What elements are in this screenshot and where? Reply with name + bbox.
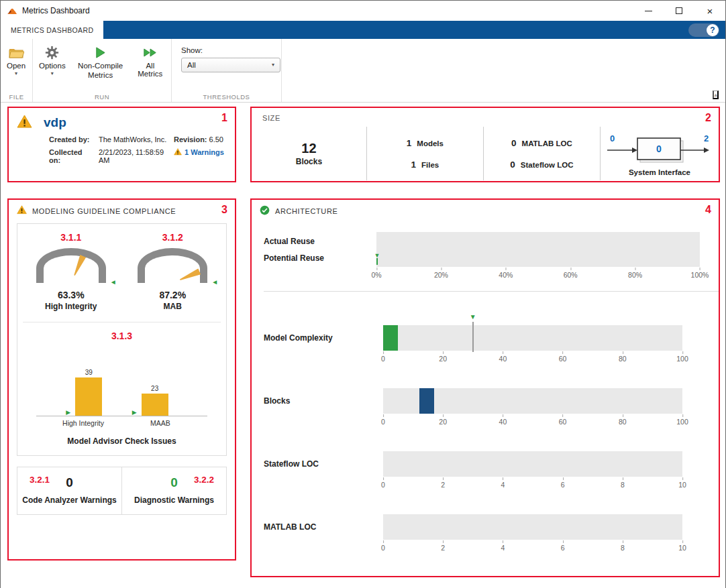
- blocks-metric[interactable]: 12 Blocks: [252, 127, 367, 180]
- title-bar: Metrics Dashboard ×: [1, 1, 725, 21]
- tab-metrics-dashboard[interactable]: METRICS DASHBOARD: [1, 21, 103, 39]
- axis-tick-label: 6: [561, 481, 565, 489]
- gauge-threshold-marker-icon: ◄: [211, 279, 218, 286]
- revision-value: 6.50: [209, 135, 223, 143]
- warning-small-icon: [174, 148, 182, 164]
- models-metric[interactable]: 1 Models: [407, 138, 444, 148]
- warnings-link-text: 1 Warnings: [185, 148, 224, 164]
- mab-gauge[interactable]: 3.1.2 ◄ 87.2% MAB: [125, 232, 220, 311]
- chevron-down-icon: ▾: [51, 71, 54, 76]
- close-button[interactable]: ×: [694, 1, 725, 21]
- maab-bar[interactable]: 23 ▶: [142, 385, 168, 416]
- matlab-loc-bar[interactable]: [383, 514, 682, 540]
- stateflow-loc-value: 0: [510, 160, 515, 170]
- system-interface-widget[interactable]: 0 0 2 System Interface: [601, 127, 719, 180]
- toolstrip-section-thresholds: Show: All ▾ THRESHOLDS: [172, 39, 282, 102]
- stateflow-loc-bar[interactable]: [383, 451, 682, 477]
- axis-tick-label: 40%: [499, 271, 513, 279]
- code-analyzer-warnings-card[interactable]: 3.2.1 0 Code Analyzer Warnings: [17, 467, 122, 515]
- warning-icon: [17, 115, 32, 131]
- reuse-widget: Actual Reuse Potential Reuse ▼ 0%20%40%6…: [264, 232, 719, 281]
- show-dropdown-value: All: [187, 61, 196, 69]
- files-value: 1: [411, 160, 417, 170]
- tab-strip: METRICS DASHBOARD ?: [1, 21, 725, 39]
- help-icon: ?: [707, 24, 719, 36]
- maximize-button[interactable]: [664, 1, 694, 21]
- help-button[interactable]: ?: [688, 23, 719, 37]
- bar-value: 39: [85, 369, 93, 376]
- high-integrity-gauge[interactable]: 3.1.1 ◄ 63.3% High Integrity: [23, 232, 119, 311]
- stateflow-loc-label: Stateflow LOC: [521, 161, 574, 169]
- created-by-value: The MathWorks, Inc.: [99, 135, 168, 143]
- open-label: Open: [7, 62, 25, 70]
- reuse-bar[interactable]: ▼: [376, 232, 700, 267]
- axis-tick-label: 6: [561, 544, 565, 552]
- gauge-id: 3.1.1: [23, 232, 119, 243]
- toolstrip: Open ▾ FILE: [1, 39, 725, 103]
- models-label: Models: [417, 139, 444, 148]
- axis-tick-label: 10: [678, 481, 686, 489]
- files-metric[interactable]: 1 Files: [407, 160, 444, 170]
- architecture-region: 4 ARCHITECTURE Actual Reuse Potential Re…: [250, 198, 720, 577]
- potential-reuse-label: Potential Reuse: [264, 253, 376, 263]
- collapse-toolstrip-button[interactable]: ▴: [713, 91, 719, 99]
- axis-tick-label: 4: [501, 544, 505, 552]
- open-button[interactable]: Open ▾: [2, 42, 30, 78]
- matlab-loc-label: MATLAB LOC: [522, 139, 572, 148]
- bar-category-label: MAAB: [130, 419, 191, 427]
- axis-tick-label: 8: [621, 544, 625, 552]
- stateflow-loc-metric[interactable]: 0 Stateflow LOC: [510, 160, 573, 170]
- axis-tick-label: 20%: [434, 271, 448, 279]
- toolstrip-section-file: Open ▾ FILE: [1, 39, 33, 102]
- card-id: 3.2.2: [194, 475, 214, 485]
- options-button[interactable]: Options ▾: [34, 42, 70, 78]
- axis-tick-label: 0%: [371, 271, 381, 279]
- warnings-link[interactable]: 1 Warnings: [174, 148, 225, 164]
- warning-icon: [17, 205, 27, 217]
- model-complexity-bar[interactable]: ▼: [383, 325, 682, 351]
- all-metrics-button[interactable]: All Metrics: [131, 42, 170, 80]
- diagnostic-warnings-card[interactable]: 3.2.2 0 Diagnostic Warnings: [122, 467, 227, 515]
- files-label: Files: [421, 161, 439, 169]
- show-dropdown[interactable]: All ▾: [181, 58, 280, 72]
- bar-chart-title: Model Advisor Check Issues: [20, 436, 223, 446]
- all-metrics-label: All Metrics: [136, 62, 165, 78]
- interface-block-value: 0: [656, 143, 662, 154]
- folder-open-icon: [8, 44, 24, 60]
- system-interface-diagram: 0 0 2: [606, 131, 713, 166]
- run-play-icon: [94, 44, 107, 60]
- architecture-title: ARCHITECTURE: [275, 207, 338, 215]
- reuse-axis: 0%20%40%60%80%100%: [376, 270, 700, 281]
- size-title: SIZE: [262, 114, 280, 122]
- show-label: Show:: [181, 46, 280, 54]
- high-integrity-bar[interactable]: 39 ▶: [75, 369, 102, 416]
- minimize-button[interactable]: [633, 1, 664, 21]
- bar-threshold-marker-icon: ▶: [132, 410, 137, 416]
- section-label-file: FILE: [1, 93, 32, 101]
- metric-axis: 0246810: [383, 542, 682, 554]
- axis-tick-label: 2: [441, 481, 445, 489]
- bar-section-id: 3.1.3: [20, 331, 223, 341]
- bar-fill: [383, 325, 398, 351]
- section-label-thresholds: THRESHOLDS: [172, 93, 281, 101]
- gauge-value: 87.2%: [125, 290, 220, 300]
- check-circle-icon: [260, 205, 270, 217]
- matlab-loc-metric[interactable]: 0 MATLAB LOC: [510, 138, 573, 148]
- non-compile-metrics-button[interactable]: Non-Compile Metrics: [70, 42, 131, 82]
- gear-icon: [45, 44, 59, 60]
- divider: [23, 322, 221, 322]
- interface-output-count: 2: [704, 133, 709, 143]
- models-value: 1: [407, 138, 412, 148]
- blocks-bar[interactable]: [383, 388, 682, 414]
- axis-tick-label: 40: [499, 418, 507, 426]
- axis-tick-label: 60: [559, 418, 567, 426]
- system-interface-label: System Interface: [629, 168, 690, 176]
- axis-tick-label: 8: [621, 481, 625, 489]
- bar: [142, 394, 168, 416]
- app-window: Metrics Dashboard × METRICS DASHBOARD ? …: [0, 0, 726, 588]
- metric-label: Stateflow LOC: [264, 451, 376, 491]
- model-name: vdp: [44, 115, 66, 130]
- loc-metric: 0 MATLAB LOC 0 Stateflow LOC: [484, 127, 601, 180]
- annotation-badge-4: 4: [705, 204, 711, 215]
- card-id: 3.2.1: [30, 475, 50, 485]
